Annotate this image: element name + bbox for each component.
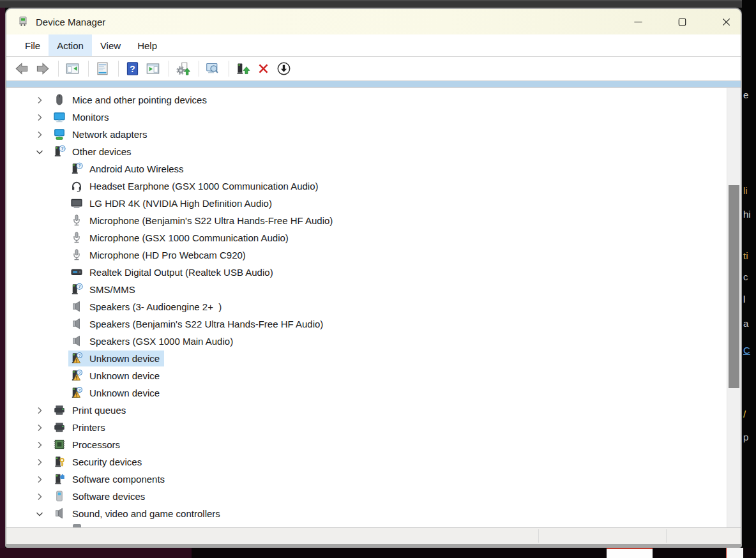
tree-item-unknown-device[interactable]: Unknown device [6, 384, 727, 402]
tree-item-label: LG HDR 4K (NVIDIA High Definition Audio) [89, 198, 272, 209]
tree-item-realtek-digital-output-realtek-usb-audio[interactable]: Realtek Digital Output (Realtek USB Audi… [6, 264, 727, 281]
security-device-icon [53, 455, 66, 468]
tree-item-label: Microphone (Benjamin's S22 Ultra Hands-F… [89, 215, 333, 226]
background-text-fragment: li [743, 185, 748, 196]
tree-item-sound-video-and-game-controllers[interactable]: Sound, video and game controllers [6, 505, 727, 522]
chevron-right-icon[interactable] [34, 130, 45, 140]
forward-button[interactable] [33, 59, 52, 78]
unknown-device-icon [70, 283, 83, 296]
tree-item-microphone-gsx-1000-communication-audio[interactable]: Microphone (GSX 1000 Communication Audio… [6, 229, 727, 246]
update-driver-button[interactable] [234, 59, 252, 78]
help-icon [125, 61, 140, 76]
tree-item-unknown-device[interactable]: Unknown device [6, 350, 727, 367]
processor-icon [53, 438, 66, 451]
speaker-icon [70, 335, 83, 347]
help-button[interactable] [123, 59, 142, 78]
tree-item-speakers-benjamin-s-s22-ultra-hands-free-hf-audio[interactable]: Speakers (Benjamin's S22 Ultra Hands-Fre… [6, 315, 727, 333]
tree-item-printers[interactable]: Printers [6, 419, 727, 436]
headset-icon [70, 179, 83, 192]
title-bar[interactable]: Device Manager [6, 9, 741, 34]
tree-item-sms-mms[interactable]: SMS/MMS [6, 281, 727, 298]
chevron-right-icon[interactable] [34, 423, 45, 433]
chevron-right-icon[interactable] [34, 474, 45, 485]
tree-item-label: Speakers (3- Audioengine 2+ ) [89, 301, 222, 312]
tree-item-label: Unknown device [89, 388, 160, 398]
close-button[interactable] [711, 9, 741, 34]
tree-item-label: Unknown device [89, 353, 160, 364]
tree-panel: Mice and other pointing devicesMonitorsN… [6, 81, 741, 527]
chevron-right-icon[interactable] [34, 440, 45, 450]
tree-item-software-components[interactable]: Software components [6, 471, 727, 488]
monitor-icon [53, 110, 66, 123]
show-console-tree-button[interactable] [63, 59, 82, 78]
scrolled-row-remnant [6, 81, 741, 87]
tree-item-network-adapters[interactable]: Network adapters [6, 126, 727, 143]
tree-item-print-queues[interactable]: Print queues [6, 402, 727, 419]
tree-item-microphone-benjamin-s-s22-ultra-hands-free-hf-audio[interactable]: Microphone (Benjamin's S22 Ultra Hands-F… [6, 212, 727, 229]
background-window-fragment [607, 548, 653, 558]
show-console-tree-icon [65, 61, 80, 76]
vertical-scrollbar[interactable] [727, 88, 741, 527]
status-bar-divider [538, 529, 539, 543]
search-computer-button[interactable] [204, 59, 222, 78]
audio-output-icon [70, 266, 83, 278]
tree-item-unknown-device[interactable]: Unknown device [6, 367, 727, 384]
scrollbar-thumb[interactable] [729, 185, 739, 388]
chevron-down-icon[interactable] [34, 509, 45, 519]
menu-help[interactable]: Help [129, 34, 165, 56]
tree-item-software-devices[interactable]: Software devices [6, 488, 727, 505]
printer-icon [53, 403, 66, 416]
chevron-right-icon[interactable] [34, 492, 45, 502]
scan-hardware-button[interactable] [174, 59, 192, 78]
disable-device-button[interactable] [275, 59, 293, 78]
properties-button[interactable] [93, 59, 112, 78]
microphone-icon [70, 231, 83, 244]
chevron-right-icon[interactable] [34, 112, 45, 123]
tree-item-label: Print queues [72, 405, 126, 416]
tree-item-mice-and-other-pointing-devices[interactable]: Mice and other pointing devices [6, 91, 727, 109]
toolbar-separator [88, 61, 89, 77]
tree-item-microphone-hd-pro-webcam-c920[interactable]: Microphone (HD Pro Webcam C920) [6, 246, 727, 264]
chevron-right-icon[interactable] [34, 457, 45, 467]
microphone-icon [70, 214, 83, 227]
tree-item-lg-hdr-4k-nvidia-high-definition-audio[interactable]: LG HDR 4K (NVIDIA High Definition Audio) [6, 195, 727, 212]
tree-item-label: Sound, video and game controllers [72, 508, 220, 519]
background-top-strip [0, 0, 756, 8]
tree-item-android-auto-wireless[interactable]: Android Auto Wireless [6, 160, 727, 177]
action-pane-button[interactable] [144, 59, 162, 78]
minimize-button[interactable] [623, 9, 653, 34]
menu-view[interactable]: View [92, 34, 129, 56]
uninstall-device-button[interactable] [254, 59, 273, 78]
forward-icon [35, 61, 50, 76]
tree-item-speakers-3-audioengine-2[interactable]: Speakers (3- Audioengine 2+ ) [6, 298, 727, 315]
tree-item-label: Monitors [72, 112, 109, 123]
toolbar-separator [199, 61, 199, 77]
tree-item-processors[interactable]: Processors [6, 436, 727, 453]
tree-item-other-devices[interactable]: Other devices [6, 143, 727, 160]
back-button[interactable] [13, 59, 31, 78]
printer-icon [53, 421, 66, 434]
tree-item-monitors[interactable]: Monitors [6, 109, 727, 126]
window-controls [609, 9, 741, 34]
microphone-icon [70, 248, 83, 261]
toolbar-separator [229, 61, 229, 77]
tree-item-label: Microphone (GSX 1000 Communication Audio… [89, 232, 289, 243]
mouse-icon [53, 93, 66, 106]
device-manager-app-icon [17, 15, 29, 28]
tree-item-speakers-gsx-1000-main-audio[interactable]: Speakers (GSX 1000 Main Audio) [6, 333, 727, 350]
tree-item-label: SMS/MMS [89, 284, 135, 295]
speaker-icon [53, 507, 66, 520]
toolbar-separator [118, 61, 119, 77]
menu-file[interactable]: File [17, 34, 49, 56]
back-icon [15, 61, 29, 76]
maximize-button[interactable] [667, 9, 697, 34]
menu-action[interactable]: Action [49, 34, 92, 56]
chevron-right-icon[interactable] [34, 95, 45, 105]
tree-item-headset-earphone-gsx-1000-communication-audio[interactable]: Headset Earphone (GSX 1000 Communication… [6, 177, 727, 195]
chevron-down-icon[interactable] [34, 147, 45, 157]
tree-item-security-devices[interactable]: Security devices [6, 453, 727, 471]
speaker-icon [70, 300, 83, 313]
background-text-fragment: c [743, 271, 748, 282]
background-left-strip [0, 8, 5, 548]
chevron-right-icon[interactable] [34, 405, 45, 416]
